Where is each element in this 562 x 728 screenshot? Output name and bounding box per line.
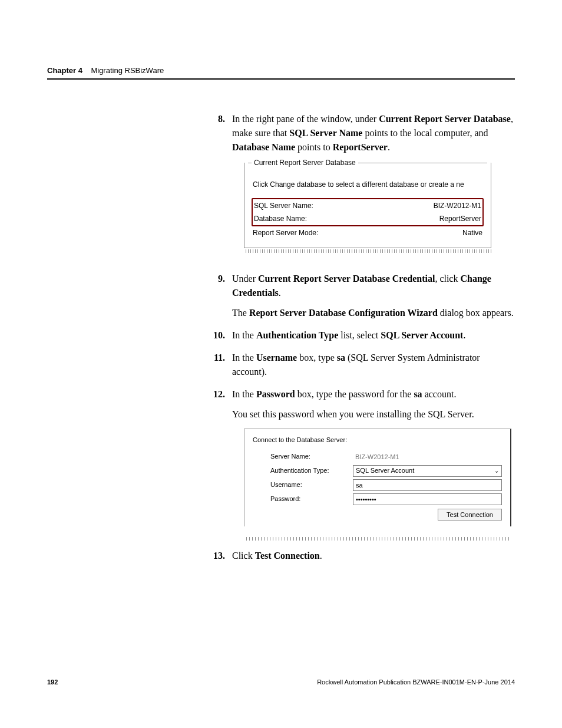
step-9: 9. Under Current Report Server Database …: [212, 272, 515, 320]
step-number: 12.: [212, 387, 232, 541]
kv-row: Database Name: ReportServer: [254, 212, 481, 225]
step-number: 13.: [212, 549, 232, 563]
step-number: 9.: [212, 272, 232, 320]
step-10: 10. In the Authentication Type list, sel…: [212, 328, 515, 342]
step-number: 11.: [212, 351, 232, 379]
page-number: 192: [47, 678, 58, 686]
form-label: Authentication Type:: [253, 466, 353, 476]
step-9-followup: The Report Server Database Configuration…: [232, 306, 515, 320]
auth-type-select[interactable]: SQL Server Account ⌄: [353, 465, 502, 477]
chapter-label: Chapter 4: [47, 66, 82, 75]
password-input[interactable]: [353, 493, 502, 505]
header-rule: [47, 78, 515, 80]
kv-value: ReportServer: [439, 213, 481, 224]
chapter-title: Migrating RSBizWare: [91, 66, 164, 75]
step-13: 13. Click Test Connection.: [212, 549, 515, 563]
server-name-input: [353, 451, 502, 463]
groupbox: Current Report Server Database Click Cha…: [244, 163, 491, 248]
form-label: Server Name:: [253, 452, 353, 462]
step-11: 11. In the Username box, type sa (SQL Se…: [212, 351, 515, 379]
chevron-down-icon: ⌄: [494, 466, 499, 475]
page-header: Chapter 4 Migrating RSBizWare: [47, 66, 515, 80]
kv-label: SQL Server Name:: [254, 200, 351, 211]
kv-row: SQL Server Name: BIZ-W2012-M1: [254, 199, 481, 212]
form-row-auth-type: Authentication Type: SQL Server Account …: [253, 465, 502, 477]
kv-value: Native: [462, 228, 482, 238]
step-13-text: Click Test Connection.: [232, 549, 515, 563]
select-value: SQL Server Account: [356, 466, 414, 476]
step-8: 8. In the right pane of the window, unde…: [212, 112, 515, 263]
form-label: Password:: [253, 494, 353, 504]
highlight-box: SQL Server Name: BIZ-W2012-M1 Database N…: [252, 198, 484, 226]
figure-current-report-server-db: Current Report Server Database Click Cha…: [244, 163, 491, 253]
step-12: 12. In the Password box, type the passwo…: [212, 387, 515, 541]
step-10-text: In the Authentication Type list, select …: [232, 328, 515, 342]
kv-row: Report Server Mode: Native: [253, 226, 482, 239]
groupbox-title: Current Report Server Database: [252, 157, 358, 168]
step-9-text: Under Current Report Server Database Cre…: [232, 272, 515, 300]
step-number: 8.: [212, 112, 232, 263]
kv-label: Database Name:: [254, 213, 351, 224]
step-12-followup: You set this password when you were inst…: [232, 407, 515, 421]
step-11-text: In the Username box, type sa (SQL Server…: [232, 351, 515, 379]
form-label: Username:: [253, 480, 353, 490]
torn-edge: [244, 537, 511, 541]
torn-edge: [244, 249, 491, 253]
step-number: 10.: [212, 328, 232, 342]
page-footer: 192 Rockwell Automation Publication BZWA…: [47, 678, 515, 686]
username-input[interactable]: [353, 479, 502, 491]
figure-connect-db-server: Connect to the Database Server: Server N…: [244, 429, 511, 526]
step-8-text: In the right pane of the window, under C…: [232, 112, 515, 154]
test-connection-button[interactable]: Test Connection: [438, 509, 502, 521]
form-row-password: Password:: [253, 493, 502, 505]
publication-info: Rockwell Automation Publication BZWARE-I…: [317, 678, 515, 686]
kv-value: BIZ-W2012-M1: [434, 200, 481, 211]
form-row-server-name: Server Name:: [253, 451, 502, 463]
form-row-username: Username:: [253, 479, 502, 491]
step-12-text: In the Password box, type the password f…: [232, 387, 515, 401]
kv-label: Report Server Mode:: [253, 228, 350, 238]
form-title: Connect to the Database Server:: [253, 435, 502, 445]
groupbox-description: Click Change database to select a differ…: [253, 179, 482, 190]
